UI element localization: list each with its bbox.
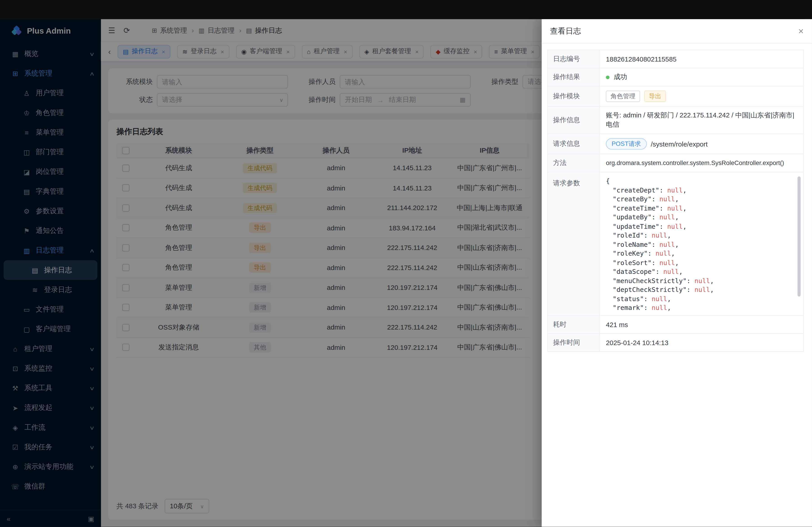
operation-info-value: 账号: admin / 研发部门 / 222.175.114.242 / 中国|… — [600, 107, 803, 133]
json-line: "roleName": null, — [606, 240, 793, 249]
detail-label: 操作信息 — [548, 107, 600, 133]
detail-label: 方法 — [548, 154, 600, 172]
detail-row-method: 方法 org.dromara.system.controller.system.… — [548, 154, 803, 172]
json-line: "createDept": null, — [606, 185, 793, 195]
json-line: "dataScope": null, — [606, 267, 793, 276]
detail-row-module: 操作模块 角色管理导出 — [548, 86, 803, 107]
result-value: 成功 — [600, 68, 803, 86]
drawer-body: 日志编号 1882612840802115585 操作结果 成功 操作模块 角色… — [542, 44, 812, 358]
json-line: "status": null, — [606, 294, 793, 303]
detail-row-time: 操作时间 2025-01-24 10:14:13 — [548, 334, 803, 352]
log-detail-table: 日志编号 1882612840802115585 操作结果 成功 操作模块 角色… — [548, 49, 804, 352]
drawer-title: 查看日志 — [550, 26, 581, 36]
detail-label: 操作时间 — [548, 334, 600, 351]
close-icon[interactable]: × — [798, 26, 804, 35]
detail-label: 操作模块 — [548, 86, 600, 106]
log-id-value: 1882612840802115585 — [600, 50, 803, 68]
detail-row-log-id: 日志编号 1882612840802115585 — [548, 50, 803, 68]
request-url: /system/role/export — [651, 140, 708, 148]
detail-label: 请求信息 — [548, 134, 600, 154]
json-open-brace: { — [606, 177, 610, 185]
detail-label: 操作结果 — [548, 68, 600, 86]
post-method-badge: POST请求 — [606, 138, 647, 150]
json-line: "createTime": null, — [606, 204, 793, 213]
json-line: "menuCheckStrictly": null, — [606, 276, 793, 285]
drawer-header: 查看日志 × — [542, 19, 812, 44]
operation-time-value: 2025-01-24 10:14:13 — [600, 334, 803, 351]
method-value: org.dromara.system.controller.system.Sys… — [600, 154, 803, 172]
module-tag: 导出 — [644, 91, 666, 102]
screen: Plus Admin ▦ 概览 ∨ ⊞ 系统管理 ∧ ♙ 用户管理 ♔ — [0, 0, 812, 527]
json-line: "updateBy": null, — [606, 213, 793, 222]
json-line: "deptCheckStrictly": null, — [606, 285, 793, 294]
json-line: "roleId": null, — [606, 231, 793, 240]
detail-row-request: 请求信息 POST请求 /system/role/export — [548, 134, 803, 154]
view-log-drawer: 查看日志 × 日志编号 1882612840802115585 操作结果 成功 … — [542, 19, 812, 527]
json-line: "createBy": null, — [606, 195, 793, 204]
detail-label: 耗时 — [548, 316, 600, 333]
detail-label: 请求参数 — [548, 172, 600, 315]
json-line: "roleSort": null, — [606, 258, 793, 267]
duration-value: 421 ms — [600, 316, 803, 333]
result-text: 成功 — [614, 72, 627, 81]
request-params-value: { "createDept": null,"createBy": null,"c… — [600, 172, 803, 315]
success-dot-icon — [606, 75, 609, 79]
detail-row-duration: 耗时 421 ms — [548, 316, 803, 334]
module-tags: 角色管理导出 — [600, 86, 803, 106]
detail-row-result: 操作结果 成功 — [548, 68, 803, 86]
scrollbar-thumb[interactable] — [798, 177, 801, 297]
detail-row-params: 请求参数 { "createDept": null,"createBy": nu… — [548, 172, 803, 316]
json-line: "remark": null, — [606, 303, 793, 312]
module-tag: 角色管理 — [606, 91, 640, 102]
json-line: "updateTime": null, — [606, 222, 793, 231]
request-info-value: POST请求 /system/role/export — [600, 134, 803, 154]
detail-label: 日志编号 — [548, 50, 600, 68]
request-params-json: { "createDept": null,"createBy": null,"c… — [600, 172, 803, 315]
json-line: "roleKey": null, — [606, 249, 793, 258]
detail-row-info: 操作信息 账号: admin / 研发部门 / 222.175.114.242 … — [548, 107, 803, 134]
